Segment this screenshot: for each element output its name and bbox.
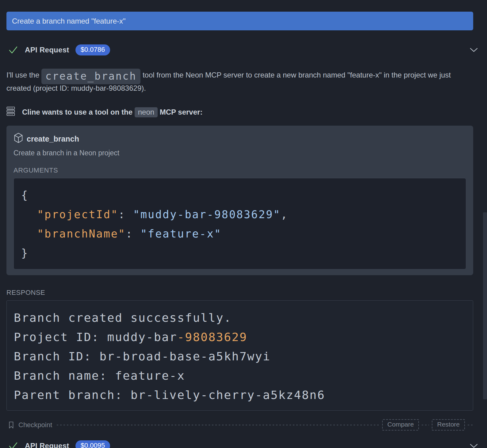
mcp-server-icon (6, 106, 15, 118)
api-cost-badge: $0.0095 (75, 440, 110, 448)
api-request-label: API Request (25, 46, 69, 54)
api-request-label: API Request (25, 442, 69, 448)
checkpoint-label: Checkpoint (18, 421, 52, 429)
arguments-label: ARGUMENTS (13, 166, 466, 174)
compare-button[interactable]: Compare (382, 419, 419, 431)
user-message-text: Create a branch named "feature-x" (12, 17, 126, 25)
api-request-header-2[interactable]: API Request $0.0095 (6, 440, 473, 448)
success-check-icon (9, 442, 18, 448)
response-label: RESPONSE (6, 289, 473, 297)
json-separator: : (118, 208, 133, 221)
checkpoint-row: Checkpoint Compare Restore (6, 419, 473, 431)
inline-code-chip: create_branch (41, 69, 140, 84)
cline-chat-view: Create a branch named "feature-x" API Re… (0, 0, 487, 448)
response-line-prefix: Project ID: muddy-bar (14, 330, 177, 344)
json-separator: : (126, 228, 140, 240)
json-key: "branchName" (37, 228, 126, 240)
mcp-server-name-badge: neon (135, 107, 158, 117)
tool-request-text-before: Cline wants to use a tool on the (22, 108, 135, 116)
api-request-header-1[interactable]: API Request $0.0786 (6, 44, 473, 56)
chevron-down-icon[interactable] (470, 443, 478, 448)
json-key: "projectId" (37, 208, 118, 221)
json-line: "projectId": "muddy-bar-98083629", (21, 205, 458, 224)
assistant-message: I'll use the create_branch tool from the… (6, 68, 454, 95)
tool-request-row: Cline wants to use a tool on the neon MC… (6, 106, 473, 118)
response-line: Project ID: muddy-bar-98083629 (14, 328, 468, 347)
response-line: Branch name: feature-x (14, 366, 468, 385)
tool-request-text-after: MCP server: (158, 108, 202, 116)
bookmark-icon (8, 421, 14, 429)
json-line: "branchName": "feature-x" (21, 224, 458, 244)
json-close-brace: } (21, 247, 29, 259)
chevron-down-icon[interactable] (470, 47, 478, 52)
arguments-json-block: { "projectId": "muddy-bar-98083629", "br… (13, 178, 466, 269)
user-message-banner[interactable]: Create a branch named "feature-x" (6, 12, 473, 30)
json-line: { (21, 186, 458, 205)
json-comma: , (281, 208, 288, 221)
mcp-tool-card: create_branch Create a branch in a Neon … (6, 126, 473, 275)
json-line: } (21, 244, 458, 263)
tool-title-row: create_branch (13, 133, 466, 145)
response-line: Parent branch: br-lively-cherry-a5kz48n6 (14, 385, 468, 405)
assistant-text-before: I'll use the (6, 71, 41, 79)
response-line: Branch ID: br-broad-base-a5kh7wyi (14, 347, 468, 366)
json-open-brace: { (21, 189, 29, 201)
response-line: Branch created successfully. (14, 308, 468, 328)
tool-description: Create a branch in a Neon project (13, 149, 466, 157)
package-cube-icon (13, 133, 23, 145)
success-check-icon (9, 46, 18, 54)
json-value: "muddy-bar-98083629" (133, 208, 281, 221)
restore-button[interactable]: Restore (432, 419, 465, 431)
checkpoint-divider (468, 425, 473, 425)
json-value: "feature-x" (140, 228, 222, 240)
tool-request-text: Cline wants to use a tool on the neon MC… (22, 108, 202, 116)
api-cost-badge: $0.0786 (75, 44, 110, 55)
scrollbar-thumb[interactable] (483, 212, 487, 399)
response-line-number: -98083629 (177, 330, 247, 344)
checkpoint-divider (57, 425, 379, 425)
tool-name: create_branch (27, 135, 79, 143)
tool-response-block: Branch created successfully. Project ID:… (6, 300, 473, 411)
checkpoint-divider (422, 425, 429, 425)
